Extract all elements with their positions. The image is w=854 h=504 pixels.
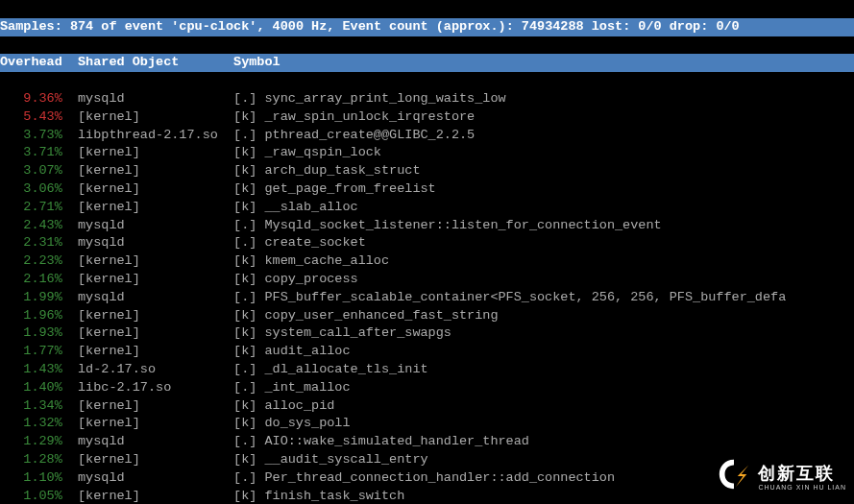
samples-count: 874 bbox=[70, 19, 93, 34]
shared-object: [kernel] bbox=[62, 253, 233, 268]
symbol-name: create_socket bbox=[264, 235, 365, 250]
perf-report-terminal[interactable]: Samples: 874 of event 'cpu-clock', 4000 … bbox=[0, 0, 854, 504]
symbol-flag: [k] bbox=[233, 325, 264, 340]
shared-object: [kernel] bbox=[62, 200, 233, 214]
symbol-name: __audit_syscall_entry bbox=[264, 452, 427, 467]
table-row[interactable]: 3.73% libpthread-2.17.so [.] pthread_cre… bbox=[0, 127, 854, 145]
symbol-name: arch_dup_task_struct bbox=[264, 163, 420, 178]
symbol-name: sync_array_print_long_waits_low bbox=[264, 91, 505, 106]
overhead-pct: 1.40% bbox=[0, 380, 62, 395]
table-row[interactable]: 1.28% [kernel] [k] __audit_syscall_entry bbox=[0, 451, 854, 469]
symbol-flag: [.] bbox=[233, 434, 264, 448]
table-row[interactable]: 3.06% [kernel] [k] get_page_from_freelis… bbox=[0, 180, 854, 199]
symbol-flag: [k] bbox=[233, 181, 264, 196]
table-row[interactable]: 1.93% [kernel] [k] system_call_after_swa… bbox=[0, 324, 854, 343]
table-row[interactable]: 1.77% [kernel] [k] audit_alloc bbox=[0, 343, 854, 361]
overhead-pct: 1.34% bbox=[0, 398, 62, 413]
shared-object: mysqld bbox=[62, 218, 233, 232]
symbol-name: AIO::wake_simulated_handler_thread bbox=[264, 434, 528, 448]
header-line: Samples: 874 of event 'cpu-clock', 4000 … bbox=[0, 18, 854, 36]
table-row[interactable]: 1.32% [kernel] [k] do_sys_poll bbox=[0, 415, 854, 433]
overhead-pct: 2.31% bbox=[0, 235, 62, 250]
symbol-flag: [k] bbox=[233, 489, 264, 503]
symbol-flag: [.] bbox=[233, 380, 264, 395]
col-symbol: Symbol bbox=[233, 55, 281, 69]
table-row[interactable]: 2.23% [kernel] [k] kmem_cache_alloc bbox=[0, 252, 854, 271]
overhead-pct: 1.05% bbox=[0, 489, 62, 503]
symbol-name: do_sys_poll bbox=[264, 416, 350, 430]
shared-object: [kernel] bbox=[62, 163, 233, 178]
overhead-pct: 1.28% bbox=[0, 452, 62, 467]
symbol-flag: [.] bbox=[233, 218, 264, 232]
overhead-pct: 1.29% bbox=[0, 434, 62, 448]
symbol-name: _raw_spin_unlock_irqrestore bbox=[264, 109, 475, 124]
table-row[interactable]: 2.16% [kernel] [k] copy_process bbox=[0, 271, 854, 289]
symbol-flag: [k] bbox=[233, 200, 264, 214]
lost-drop: lost: 0/0 drop: 0/0 bbox=[584, 19, 740, 34]
symbol-name: copy_process bbox=[264, 272, 357, 286]
shared-object: [kernel] bbox=[62, 325, 233, 340]
table-row[interactable]: 1.96% [kernel] [k] copy_user_enhanced_fa… bbox=[0, 307, 854, 325]
table-row[interactable]: 1.29% mysqld [.] AIO::wake_simulated_han… bbox=[0, 433, 854, 451]
symbol-name: Mysqld_socket_listener::listen_for_conne… bbox=[264, 218, 661, 232]
symbol-name: Per_thread_connection_handler::add_conne… bbox=[264, 470, 615, 485]
table-row[interactable]: 1.99% mysqld [.] PFS_buffer_scalable_con… bbox=[0, 289, 854, 307]
overhead-pct: 1.96% bbox=[0, 308, 62, 323]
table-row[interactable]: 1.40% libc-2.17.so [.] _int_malloc bbox=[0, 379, 854, 397]
overhead-pct: 3.06% bbox=[0, 181, 62, 196]
overhead-pct: 5.43% bbox=[0, 109, 62, 124]
overhead-pct: 2.71% bbox=[0, 200, 62, 214]
shared-object: [kernel] bbox=[62, 181, 233, 196]
col-shared-object: Shared Object bbox=[78, 55, 179, 69]
symbol-flag: [k] bbox=[233, 398, 264, 413]
table-row[interactable]: 3.71% [kernel] [k] _raw_qspin_lock bbox=[0, 144, 854, 162]
symbol-name: kmem_cache_alloc bbox=[264, 253, 389, 268]
symbol-flag: [.] bbox=[233, 470, 264, 485]
symbol-flag: [k] bbox=[233, 109, 264, 124]
overhead-pct: 1.10% bbox=[0, 470, 62, 485]
table-row[interactable]: 2.71% [kernel] [k] __slab_alloc bbox=[0, 199, 854, 217]
table-row[interactable]: 1.05% [kernel] [k] finish_task_switch bbox=[0, 488, 854, 504]
col-overhead: Overhead bbox=[0, 55, 62, 69]
table-row[interactable]: 2.43% mysqld [.] Mysqld_socket_listener:… bbox=[0, 217, 854, 235]
shared-object: [kernel] bbox=[62, 344, 233, 358]
table-row[interactable]: 9.36% mysqld [.] sync_array_print_long_w… bbox=[0, 90, 854, 108]
shared-object: libpthread-2.17.so bbox=[62, 128, 233, 142]
shared-object: [kernel] bbox=[62, 416, 233, 430]
shared-object: mysqld bbox=[62, 235, 233, 250]
overhead-pct: 3.73% bbox=[0, 128, 62, 142]
shared-object: ld-2.17.so bbox=[62, 362, 233, 376]
symbol-flag: [.] bbox=[233, 128, 264, 142]
shared-object: [kernel] bbox=[62, 398, 233, 413]
shared-object: libc-2.17.so bbox=[62, 380, 233, 395]
shared-object: mysqld bbox=[62, 470, 233, 485]
column-headers: Overhead Shared Object Symbol bbox=[0, 54, 854, 72]
symbol-flag: [.] bbox=[233, 290, 264, 304]
overhead-pct: 3.07% bbox=[0, 163, 62, 178]
hz-label: , 4000 Hz, Event count (approx.): bbox=[256, 19, 521, 34]
shared-object: mysqld bbox=[62, 434, 233, 448]
symbol-name: _raw_qspin_lock bbox=[264, 145, 381, 159]
table-row[interactable]: 1.10% mysqld [.] Per_thread_connection_h… bbox=[0, 469, 854, 488]
of-event-label: of event ' bbox=[93, 19, 179, 34]
shared-object: [kernel] bbox=[62, 145, 233, 159]
event-count: 74934288 bbox=[522, 19, 584, 34]
symbol-flag: [k] bbox=[233, 416, 264, 430]
symbol-flag: [.] bbox=[233, 91, 264, 106]
table-row[interactable]: 2.31% mysqld [.] create_socket bbox=[0, 234, 854, 252]
overhead-pct: 1.43% bbox=[0, 362, 62, 376]
table-row[interactable]: 3.07% [kernel] [k] arch_dup_task_struct bbox=[0, 162, 854, 180]
overhead-pct: 1.77% bbox=[0, 344, 62, 358]
symbol-name: _dl_allocate_tls_init bbox=[264, 362, 427, 376]
symbol-flag: [.] bbox=[233, 362, 264, 376]
table-row[interactable]: 5.43% [kernel] [k] _raw_spin_unlock_irqr… bbox=[0, 108, 854, 127]
samples-label: Samples: bbox=[0, 19, 62, 34]
shared-object: mysqld bbox=[62, 290, 233, 304]
table-row[interactable]: 1.34% [kernel] [k] alloc_pid bbox=[0, 397, 854, 416]
table-row[interactable]: 1.43% ld-2.17.so [.] _dl_allocate_tls_in… bbox=[0, 361, 854, 379]
symbol-name: _int_malloc bbox=[264, 380, 350, 395]
overhead-pct: 2.43% bbox=[0, 218, 62, 232]
symbol-flag: [.] bbox=[233, 235, 264, 250]
overhead-pct: 9.36% bbox=[0, 91, 62, 106]
symbol-name: copy_user_enhanced_fast_string bbox=[264, 308, 498, 323]
